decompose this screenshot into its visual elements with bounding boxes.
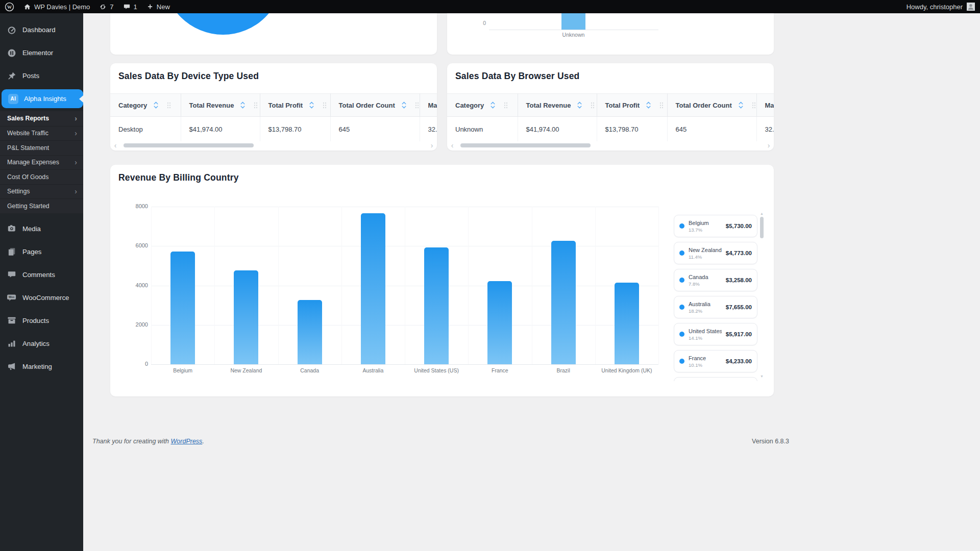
scroll-left-icon[interactable]: ‹ — [449, 142, 455, 149]
submenu-item-cost-of-goods[interactable]: Cost Of Goods — [0, 169, 83, 184]
scroll-right-icon[interactable]: › — [766, 142, 772, 149]
column-header-category[interactable]: Category — [110, 94, 181, 117]
chevron-right-icon: › — [75, 159, 77, 166]
sidebar-item-label: Dashboard — [22, 26, 56, 34]
table-cell: 645 — [667, 117, 756, 142]
legend-scrollbar-thumb[interactable] — [760, 217, 764, 238]
submenu-item-sales-reports[interactable]: Sales Reports› — [0, 111, 83, 126]
wordpress-logo-menu[interactable]: W — [0, 0, 19, 13]
comment-icon — [123, 3, 131, 11]
pie-chart-slice[interactable] — [163, 13, 283, 35]
scrollbar-thumb[interactable] — [124, 143, 254, 147]
legend-item-belgium[interactable]: Belgium13.7%$5,730.00 — [674, 215, 757, 237]
submenu-item-label: P&L Statement — [7, 144, 49, 152]
drag-handle-icon[interactable] — [504, 102, 508, 109]
mini-bar[interactable] — [561, 13, 585, 30]
column-header-total-revenue[interactable]: Total Revenue — [181, 94, 260, 117]
submenu-item-manage-expenses[interactable]: Manage Expenses› — [0, 155, 83, 170]
sidebar-item-analytics[interactable]: Analytics — [0, 332, 83, 355]
legend-item-united-states[interactable]: United States (…14.1%$5,917.00 — [674, 323, 757, 345]
legend-percent: 14.1% — [689, 335, 722, 341]
sidebar-item-comments[interactable]: Comments — [0, 263, 83, 286]
new-content-menu[interactable]: New — [142, 0, 175, 13]
drag-handle-icon[interactable] — [659, 102, 664, 109]
column-header-total-profit[interactable]: Total Profit — [260, 94, 330, 117]
browser-table: CategoryTotal RevenueTotal ProfitTotal O… — [447, 93, 774, 141]
howdy-text[interactable]: Howdy, christopher — [906, 3, 963, 11]
y-axis-tick: 0 — [124, 361, 148, 367]
column-header-total-revenue[interactable]: Total Revenue — [518, 94, 597, 117]
sidebar-item-label: Media — [22, 225, 41, 233]
column-header-total-profit[interactable]: Total Profit — [597, 94, 667, 117]
sidebar-item-products[interactable]: Products — [0, 309, 83, 332]
drag-handle-icon[interactable] — [591, 102, 595, 109]
sidebar-item-alpha-insights[interactable]: AIAlpha Insights — [2, 89, 83, 108]
media-icon — [7, 224, 17, 233]
x-axis-label: Brazil — [532, 367, 595, 373]
sort-icon — [402, 102, 406, 109]
column-header-total-order-count[interactable]: Total Order Count — [667, 94, 756, 117]
scroll-left-icon[interactable]: ‹ — [112, 142, 118, 149]
bar-united-kingdom-uk[interactable] — [615, 283, 639, 364]
drag-handle-icon[interactable] — [254, 102, 258, 109]
updates-menu[interactable]: 7 — [94, 0, 118, 13]
column-header-total-order-count[interactable]: Total Order Count — [330, 94, 420, 117]
table-header-row: CategoryTotal RevenueTotal ProfitTotal O… — [110, 94, 437, 117]
scrollbar-track — [118, 143, 429, 147]
legend-item-france[interactable]: France10.1%$4,233.00 — [674, 350, 757, 372]
submenu-item-website-traffic[interactable]: Website Traffic› — [0, 126, 83, 141]
legend-item-canada[interactable]: Canada7.8%$3,258.00 — [674, 269, 757, 291]
bar-canada[interactable] — [298, 300, 322, 364]
sidebar-item-label: Comments — [22, 271, 55, 279]
submenu-item-label: Getting Started — [7, 203, 50, 210]
drag-handle-icon[interactable] — [752, 102, 756, 109]
sidebar-item-posts[interactable]: Posts — [0, 64, 83, 87]
wordpress-link[interactable]: WordPress — [171, 438, 203, 445]
sidebar-item-dashboard[interactable]: Dashboard — [0, 18, 83, 41]
bar-france[interactable] — [487, 281, 512, 364]
bar-new-zealand[interactable] — [234, 270, 258, 364]
submenu-item-getting-started[interactable]: Getting Started — [0, 198, 83, 213]
submenu-item-p-l-statement[interactable]: P&L Statement — [0, 140, 83, 155]
legend-item-partial[interactable] — [674, 377, 757, 381]
y-axis-tick: 8000 — [124, 203, 148, 209]
sidebar-item-pages[interactable]: Pages — [0, 240, 83, 263]
submenu-item-settings[interactable]: Settings› — [0, 184, 83, 199]
column-header-ma[interactable]: Ma — [420, 94, 437, 117]
column-label: Total Revenue — [189, 102, 234, 109]
legend-scroll-up-icon[interactable]: ▲ — [760, 212, 764, 215]
drag-handle-icon[interactable] — [167, 102, 171, 109]
bar-brazil[interactable] — [551, 241, 576, 364]
sidebar-item-media[interactable]: Media — [0, 217, 83, 240]
scrollbar-thumb[interactable] — [460, 143, 591, 147]
mini-bar-label: Unknown — [549, 32, 598, 38]
legend-scroll-down-icon[interactable]: ▼ — [760, 374, 764, 378]
bar-australia[interactable] — [361, 213, 385, 364]
legend-percent: 18.2% — [689, 308, 710, 314]
drag-handle-icon[interactable] — [415, 102, 419, 109]
sidebar: DashboardElementorPostsAIAlpha Insights … — [0, 13, 83, 551]
sidebar-item-elementor[interactable]: Elementor — [0, 41, 83, 64]
legend-item-australia[interactable]: Australia18.2%$7,655.00 — [674, 296, 757, 318]
column-header-category[interactable]: Category — [447, 94, 518, 117]
sidebar-item-marketing[interactable]: Marketing — [0, 355, 83, 378]
bar-united-states-us[interactable] — [424, 247, 449, 364]
column-header-ma[interactable]: Ma — [756, 94, 774, 117]
scroll-right-icon[interactable]: › — [429, 142, 435, 149]
browser-table-scroll-area: CategoryTotal RevenueTotal ProfitTotal O… — [447, 93, 774, 141]
legend-name: Belgium — [689, 220, 709, 226]
vertical-gridline — [278, 207, 279, 364]
submenu-item-label: Website Traffic — [7, 130, 48, 137]
site-name-link[interactable]: WP Davies | Demo — [19, 0, 94, 13]
device-table-scroll-area: CategoryTotal RevenueTotal ProfitTotal O… — [110, 93, 437, 141]
avatar[interactable] — [967, 3, 975, 11]
drag-handle-icon[interactable] — [323, 102, 327, 109]
legend-item-new-zealand[interactable]: New Zealand11.4%$4,773.00 — [674, 242, 757, 264]
comments-menu[interactable]: 1 — [118, 0, 142, 13]
footer-thanks-text: Thank you for creating with — [92, 438, 171, 445]
legend-value: $5,730.00 — [726, 223, 752, 229]
wordpress-logo-icon: W — [5, 2, 14, 12]
vertical-gridline — [532, 207, 532, 364]
sidebar-item-woocommerce[interactable]: WooWooCommerce — [0, 286, 83, 309]
bar-belgium[interactable] — [170, 252, 195, 364]
